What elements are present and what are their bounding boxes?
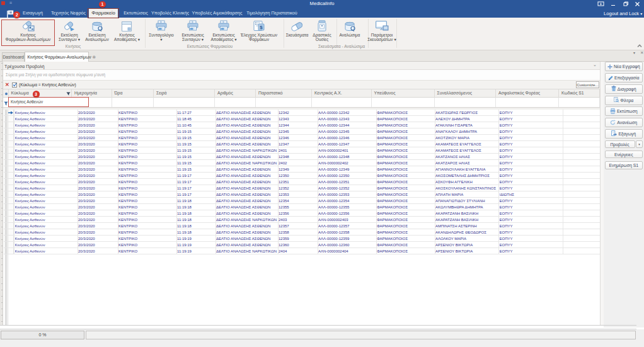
svg-text:$: $: [260, 25, 263, 30]
